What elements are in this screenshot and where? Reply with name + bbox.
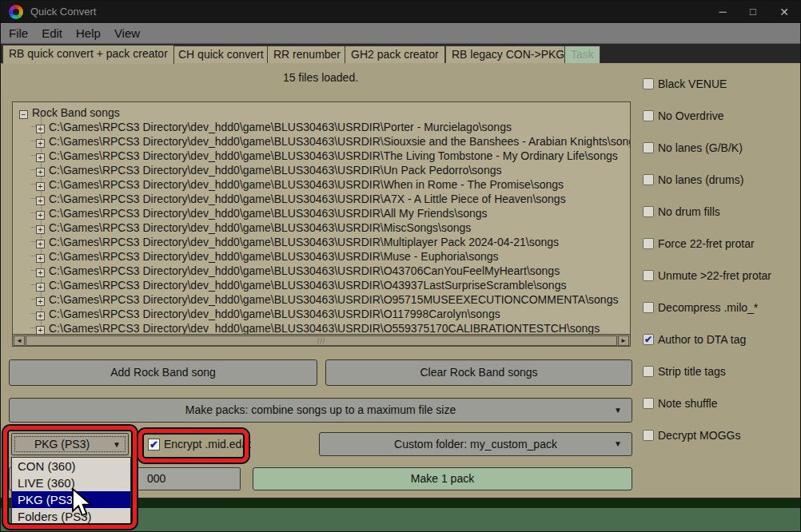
make-packs-combobox[interactable]: Make packs: combine songs up to a maximu… bbox=[9, 398, 632, 423]
scrollbar-thumb[interactable]: /// bbox=[26, 335, 617, 346]
expand-icon[interactable]: + bbox=[36, 312, 45, 320]
checkbox: ✔ bbox=[643, 366, 654, 377]
checkbox: ✔ bbox=[643, 238, 654, 249]
tab-rb-legacy-con-pkg[interactable]: RB legacy CON->PKG bbox=[445, 46, 571, 63]
checkbox: ✔ bbox=[643, 110, 654, 121]
checkbox: ✔ bbox=[148, 439, 160, 451]
menu-help[interactable]: Help bbox=[76, 24, 101, 43]
app-icon bbox=[9, 5, 23, 19]
expand-icon[interactable]: + bbox=[36, 225, 45, 234]
menu-view[interactable]: View bbox=[114, 24, 140, 43]
checkbox: ✔ bbox=[643, 174, 654, 185]
check-icon: ✔ bbox=[644, 334, 652, 345]
tree-item[interactable]: +C:\Games\RPCS3 Directory\dev_hdd0\game\… bbox=[30, 264, 631, 278]
checkbox: ✔ bbox=[643, 142, 654, 153]
menu-file[interactable]: File bbox=[9, 24, 28, 43]
checkbox: ✔ bbox=[643, 430, 654, 441]
checkbox: ✔ bbox=[643, 334, 654, 345]
checkbox: ✔ bbox=[643, 78, 654, 89]
menu-edit[interactable]: Edit bbox=[42, 24, 62, 43]
output-format-combobox[interactable]: PKG (PS3) ▼ bbox=[11, 433, 129, 455]
check-icon: ✔ bbox=[149, 439, 158, 451]
quick-convert-window: Quick Convert ─ □ ✕ File Edit Help View … bbox=[0, 0, 801, 532]
title-bar: Quick Convert ─ □ ✕ bbox=[1, 1, 801, 23]
minimize-icon[interactable]: ─ bbox=[707, 1, 738, 23]
dropdown-option-con-360[interactable]: CON (360) bbox=[12, 458, 130, 474]
checkbox: ✔ bbox=[643, 270, 654, 281]
tree-root[interactable]: −Rock Band songs bbox=[19, 105, 631, 120]
expand-icon[interactable]: + bbox=[36, 197, 45, 205]
files-loaded-status: 15 files loaded. bbox=[9, 71, 632, 84]
chevron-down-icon: ▼ bbox=[614, 433, 622, 455]
scroll-left-icon[interactable]: ◄ bbox=[14, 335, 25, 346]
tab-ch-quick-convert[interactable]: CH quick convert bbox=[172, 46, 270, 63]
song-tree[interactable]: −Rock Band songs +C:\Games\RPCS3 Directo… bbox=[12, 101, 631, 347]
tree-item[interactable]: +C:\Games\RPCS3 Directory\dev_hdd0\game\… bbox=[30, 134, 631, 149]
horizontal-scrollbar[interactable]: ◄ /// ► bbox=[13, 334, 630, 346]
expand-icon[interactable]: + bbox=[36, 211, 45, 220]
tree-item[interactable]: +C:\Games\RPCS3 Directory\dev_hdd0\game\… bbox=[30, 163, 631, 177]
tree-item[interactable]: +C:\Games\RPCS3 Directory\dev_hdd0\game\… bbox=[30, 177, 631, 192]
chevron-down-icon: ▼ bbox=[113, 440, 121, 449]
expand-icon[interactable]: + bbox=[36, 125, 45, 133]
chevron-down-icon: ▼ bbox=[614, 399, 622, 422]
tab-rr-renumber[interactable]: RR renumber bbox=[267, 46, 347, 63]
close-icon[interactable]: ✕ bbox=[768, 1, 800, 23]
expand-icon[interactable]: + bbox=[36, 182, 45, 191]
checkbox: ✔ bbox=[643, 398, 654, 409]
tree-item[interactable]: +C:\Games\RPCS3 Directory\dev_hdd0\game\… bbox=[30, 192, 631, 206]
checkbox: ✔ bbox=[643, 302, 654, 313]
expand-icon[interactable]: + bbox=[36, 240, 45, 248]
expand-icon[interactable]: + bbox=[36, 168, 45, 177]
custom-folder-combobox[interactable]: Custom folder: my_custom_pack ▼ bbox=[319, 432, 632, 456]
tab-strip: RB quick convert + pack creator CH quick… bbox=[1, 44, 801, 63]
expand-icon[interactable]: + bbox=[36, 139, 45, 148]
menu-bar: File Edit Help View bbox=[1, 23, 801, 44]
expand-icon[interactable]: + bbox=[36, 283, 45, 292]
tree-item[interactable]: +C:\Games\RPCS3 Directory\dev_hdd0\game\… bbox=[30, 235, 631, 249]
scroll-right-icon[interactable]: ► bbox=[618, 335, 629, 346]
tree-item[interactable]: +C:\Games\RPCS3 Directory\dev_hdd0\game\… bbox=[30, 206, 631, 220]
tab-gh2-pack-creator[interactable]: GH2 pack creator bbox=[345, 46, 445, 63]
tree-item[interactable]: +C:\Games\RPCS3 Directory\dev_hdd0\game\… bbox=[30, 292, 631, 307]
expand-icon[interactable]: + bbox=[36, 297, 45, 306]
collapse-icon[interactable]: − bbox=[19, 110, 28, 119]
tab-task: Task bbox=[564, 46, 600, 63]
add-rock-band-song-button[interactable]: Add Rock Band song bbox=[9, 359, 317, 386]
tree-item[interactable]: +C:\Games\RPCS3 Directory\dev_hdd0\game\… bbox=[30, 249, 631, 264]
tree-item[interactable]: +C:\Games\RPCS3 Directory\dev_hdd0\game\… bbox=[30, 220, 631, 235]
window-title: Quick Convert bbox=[30, 1, 96, 23]
make-pack-button[interactable]: Make 1 pack bbox=[253, 467, 632, 490]
checkbox: ✔ bbox=[643, 206, 654, 217]
clear-rock-band-songs-button[interactable]: Clear Rock Band songs bbox=[325, 359, 632, 386]
tree-item[interactable]: +C:\Games\RPCS3 Directory\dev_hdd0\game\… bbox=[30, 307, 631, 321]
expand-icon[interactable]: + bbox=[36, 254, 45, 263]
tree-item[interactable]: +C:\Games\RPCS3 Directory\dev_hdd0\game\… bbox=[30, 278, 631, 292]
tree-item[interactable]: +C:\Games\RPCS3 Directory\dev_hdd0\game\… bbox=[30, 120, 631, 134]
expand-icon[interactable]: + bbox=[36, 268, 45, 277]
tree-item[interactable]: +C:\Games\RPCS3 Directory\dev_hdd0\game\… bbox=[30, 149, 631, 163]
mouse-cursor-icon bbox=[71, 488, 92, 520]
expand-icon[interactable]: + bbox=[36, 153, 45, 162]
maximize-icon[interactable]: □ bbox=[738, 1, 768, 23]
tab-rb-quick-convert[interactable]: RB quick convert + pack creator bbox=[2, 45, 174, 64]
